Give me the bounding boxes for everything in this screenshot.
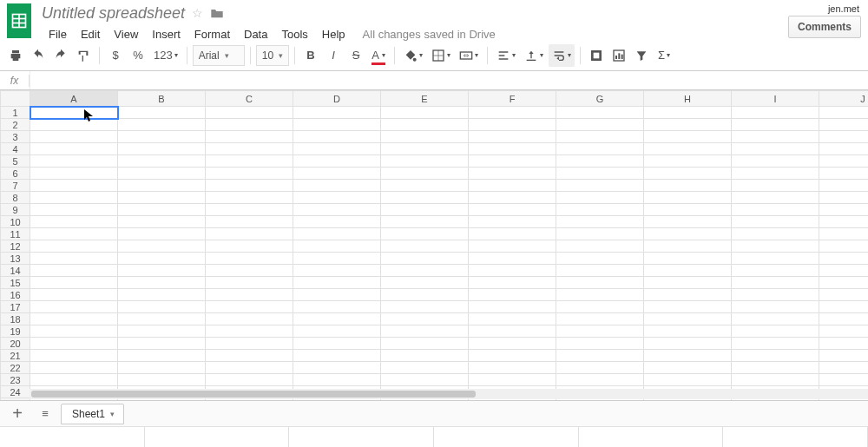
cell-E9[interactable] bbox=[381, 204, 469, 216]
filter-icon[interactable] bbox=[631, 44, 652, 67]
cell-C1[interactable] bbox=[206, 107, 293, 119]
menu-insert[interactable]: Insert bbox=[145, 26, 187, 43]
cell-F15[interactable] bbox=[469, 277, 556, 289]
spreadsheet-grid[interactable]: ABCDEFGHIJ123456789101112131415161718192… bbox=[0, 90, 868, 400]
cell-G7[interactable] bbox=[556, 180, 644, 192]
cell-A16[interactable] bbox=[30, 289, 118, 301]
cell-H13[interactable] bbox=[644, 253, 732, 265]
row-header-2[interactable]: 2 bbox=[1, 119, 30, 131]
cell-J22[interactable] bbox=[819, 362, 869, 374]
cell-F2[interactable] bbox=[469, 119, 556, 131]
number-format-button[interactable]: 123▾ bbox=[150, 44, 181, 67]
cell-E8[interactable] bbox=[381, 192, 469, 204]
cell-E13[interactable] bbox=[381, 253, 469, 265]
cell-J9[interactable] bbox=[819, 204, 869, 216]
cell-F18[interactable] bbox=[469, 313, 556, 325]
cell-A14[interactable] bbox=[30, 265, 118, 277]
borders-button[interactable]: ▾ bbox=[428, 44, 454, 67]
fill-color-button[interactable]: ▾ bbox=[400, 44, 426, 67]
cell-G18[interactable] bbox=[556, 313, 644, 325]
cell-I5[interactable] bbox=[732, 155, 819, 168]
menu-format[interactable]: Format bbox=[187, 26, 237, 43]
percent-button[interactable]: % bbox=[128, 44, 148, 67]
menu-tools[interactable]: Tools bbox=[274, 26, 314, 43]
cell-H12[interactable] bbox=[644, 240, 732, 253]
cell-F22[interactable] bbox=[469, 362, 556, 374]
cell-E5[interactable] bbox=[381, 155, 469, 168]
cell-D20[interactable] bbox=[293, 338, 381, 350]
cell-B20[interactable] bbox=[118, 338, 206, 350]
cell-G15[interactable] bbox=[556, 277, 644, 289]
cell-A9[interactable] bbox=[30, 204, 118, 216]
cell-A8[interactable] bbox=[30, 192, 118, 204]
folder-icon[interactable] bbox=[210, 7, 224, 19]
cell-I23[interactable] bbox=[732, 374, 819, 386]
cell-D2[interactable] bbox=[293, 119, 381, 131]
row-header-11[interactable]: 11 bbox=[1, 228, 30, 240]
star-icon[interactable]: ☆ bbox=[192, 6, 203, 20]
cell-H2[interactable] bbox=[644, 119, 732, 131]
cell-J10[interactable] bbox=[819, 216, 869, 228]
cell-F23[interactable] bbox=[469, 374, 556, 386]
cell-J20[interactable] bbox=[819, 338, 869, 350]
h-align-button[interactable]: ▾ bbox=[493, 44, 519, 67]
cell-C7[interactable] bbox=[206, 180, 293, 192]
cell-A10[interactable] bbox=[30, 216, 118, 228]
cell-E21[interactable] bbox=[381, 350, 469, 362]
cell-H17[interactable] bbox=[644, 301, 732, 313]
cell-C9[interactable] bbox=[206, 204, 293, 216]
cell-E23[interactable] bbox=[381, 374, 469, 386]
cell-A23[interactable] bbox=[30, 374, 118, 386]
comments-button[interactable]: Comments bbox=[788, 16, 861, 38]
all-sheets-button[interactable]: ≡ bbox=[33, 404, 57, 424]
cell-C8[interactable] bbox=[206, 192, 293, 204]
cell-E14[interactable] bbox=[381, 265, 469, 277]
row-header-12[interactable]: 12 bbox=[1, 240, 30, 253]
row-header-24[interactable]: 24 bbox=[1, 386, 30, 398]
row-header-7[interactable]: 7 bbox=[1, 180, 30, 192]
cell-E1[interactable] bbox=[381, 107, 469, 119]
cell-D4[interactable] bbox=[293, 143, 381, 155]
cell-B18[interactable] bbox=[118, 313, 206, 325]
cell-E2[interactable] bbox=[381, 119, 469, 131]
print-icon[interactable] bbox=[5, 44, 26, 67]
cell-B2[interactable] bbox=[118, 119, 206, 131]
cell-G1[interactable] bbox=[556, 107, 644, 119]
cell-E18[interactable] bbox=[381, 313, 469, 325]
cell-I10[interactable] bbox=[732, 216, 819, 228]
cell-E3[interactable] bbox=[381, 131, 469, 143]
cell-I4[interactable] bbox=[732, 143, 819, 155]
cell-I22[interactable] bbox=[732, 362, 819, 374]
cell-F3[interactable] bbox=[469, 131, 556, 143]
cell-G6[interactable] bbox=[556, 168, 644, 180]
cell-H18[interactable] bbox=[644, 313, 732, 325]
cell-C16[interactable] bbox=[206, 289, 293, 301]
italic-button[interactable]: I bbox=[323, 44, 344, 67]
cell-H20[interactable] bbox=[644, 338, 732, 350]
cell-E16[interactable] bbox=[381, 289, 469, 301]
cell-F14[interactable] bbox=[469, 265, 556, 277]
cell-C13[interactable] bbox=[206, 253, 293, 265]
cell-B19[interactable] bbox=[118, 325, 206, 338]
menu-data[interactable]: Data bbox=[237, 26, 274, 43]
merge-cells-button[interactable]: ▾ bbox=[456, 44, 482, 67]
cell-B11[interactable] bbox=[118, 228, 206, 240]
cell-G19[interactable] bbox=[556, 325, 644, 338]
cell-J4[interactable] bbox=[819, 143, 869, 155]
bold-button[interactable]: B bbox=[300, 44, 321, 67]
cell-J12[interactable] bbox=[819, 240, 869, 253]
cell-F20[interactable] bbox=[469, 338, 556, 350]
cell-J15[interactable] bbox=[819, 277, 869, 289]
cell-F10[interactable] bbox=[469, 216, 556, 228]
cell-H16[interactable] bbox=[644, 289, 732, 301]
horizontal-scrollbar[interactable] bbox=[30, 389, 868, 399]
cell-I1[interactable] bbox=[732, 107, 819, 119]
cell-A6[interactable] bbox=[30, 168, 118, 180]
redo-icon[interactable] bbox=[50, 44, 71, 67]
cell-F17[interactable] bbox=[469, 301, 556, 313]
cell-H21[interactable] bbox=[644, 350, 732, 362]
cell-A19[interactable] bbox=[30, 325, 118, 338]
undo-icon[interactable] bbox=[28, 44, 49, 67]
row-header-14[interactable]: 14 bbox=[1, 265, 30, 277]
cell-J18[interactable] bbox=[819, 313, 869, 325]
